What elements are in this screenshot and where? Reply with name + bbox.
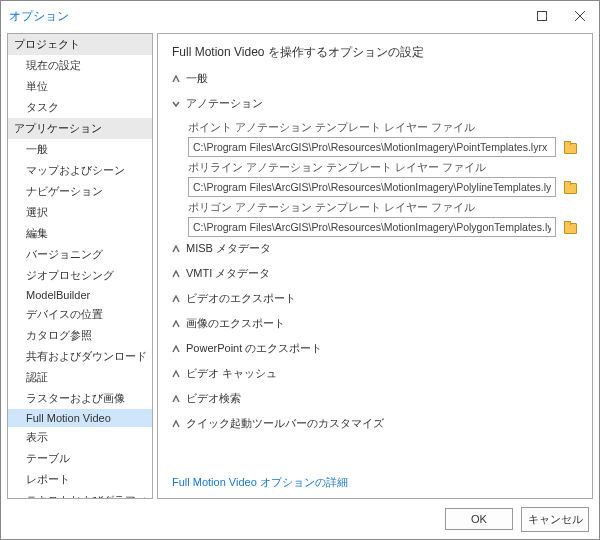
folder-icon[interactable] [562, 220, 578, 234]
expander-label: クイック起動ツールバーのカスタマイズ [186, 416, 384, 431]
content: プロジェクト現在の設定単位タスクアプリケーション一般マップおよびシーンナビゲーシ… [1, 31, 599, 501]
tree-item[interactable]: マップおよびシーン [8, 160, 152, 181]
tree-item[interactable]: テーブル [8, 448, 152, 469]
tree-item[interactable]: Full Motion Video [8, 409, 152, 427]
close-icon [575, 11, 585, 21]
tree-item[interactable]: テキストおよびグラフィックス [8, 490, 152, 499]
maximize-icon [537, 11, 547, 21]
tree-item[interactable]: 一般 [8, 139, 152, 160]
maximize-button[interactable] [523, 2, 561, 30]
tree-item[interactable]: 単位 [8, 76, 152, 97]
field-label: ポイント アノテーション テンプレート レイヤー ファイル [188, 121, 578, 135]
window-title: オプション [9, 8, 523, 25]
tree-group-header: アプリケーション [8, 118, 152, 139]
chevron-right-icon [172, 420, 180, 428]
close-button[interactable] [561, 2, 599, 30]
expander-label: PowerPoint のエクスポート [186, 341, 322, 356]
tree-item[interactable]: 共有およびダウンロード [8, 346, 152, 367]
expander-label: 一般 [186, 71, 208, 86]
expander-label: ビデオのエクスポート [186, 291, 296, 306]
tree-group-header: プロジェクト [8, 34, 152, 55]
expander-item[interactable]: ビデオ キャッシュ [172, 366, 578, 381]
page-title: Full Motion Video を操作するオプションの設定 [172, 44, 578, 61]
chevron-right-icon [172, 345, 180, 353]
expander-label: アノテーション [186, 96, 263, 111]
expander-item[interactable]: クイック起動ツールバーのカスタマイズ [172, 416, 578, 431]
folder-icon[interactable] [562, 180, 578, 194]
chevron-right-icon [172, 370, 180, 378]
expander-label: 画像のエクスポート [186, 316, 285, 331]
expander-item[interactable]: ビデオ検索 [172, 391, 578, 406]
main-panel: Full Motion Video を操作するオプションの設定 一般 アノテーシ… [157, 33, 593, 499]
point-template-input[interactable] [188, 137, 556, 157]
annotation-polyline: ポリライン アノテーション テンプレート レイヤー ファイル [188, 161, 578, 197]
tree-item[interactable]: タスク [8, 97, 152, 118]
expander-item[interactable]: VMTI メタデータ [172, 266, 578, 281]
polyline-template-input[interactable] [188, 177, 556, 197]
tree-item[interactable]: 表示 [8, 427, 152, 448]
chevron-right-icon [172, 245, 180, 253]
tree-item[interactable]: ラスターおよび画像 [8, 388, 152, 409]
tree-item[interactable]: ModelBuilder [8, 286, 152, 304]
expander-label: ビデオ キャッシュ [186, 366, 277, 381]
svg-rect-0 [538, 12, 547, 21]
chevron-right-icon [172, 320, 180, 328]
cancel-button[interactable]: キャンセル [521, 507, 589, 532]
tree-item[interactable]: レポート [8, 469, 152, 490]
chevron-right-icon [172, 395, 180, 403]
tree-item[interactable]: ナビゲーション [8, 181, 152, 202]
expander-item[interactable]: ビデオのエクスポート [172, 291, 578, 306]
chevron-down-icon [172, 100, 180, 108]
options-tree[interactable]: プロジェクト現在の設定単位タスクアプリケーション一般マップおよびシーンナビゲーシ… [7, 33, 153, 499]
tree-item[interactable]: バージョニング [8, 244, 152, 265]
tree-item[interactable]: 編集 [8, 223, 152, 244]
footer: OK キャンセル [1, 501, 599, 537]
chevron-right-icon [172, 75, 180, 83]
field-label: ポリライン アノテーション テンプレート レイヤー ファイル [188, 161, 578, 175]
expander-annotation[interactable]: アノテーション [172, 96, 578, 111]
expander-item[interactable]: PowerPoint のエクスポート [172, 341, 578, 356]
tree-item[interactable]: ジオプロセシング [8, 265, 152, 286]
polygon-template-input[interactable] [188, 217, 556, 237]
expander-general[interactable]: 一般 [172, 71, 578, 86]
tree-item[interactable]: 選択 [8, 202, 152, 223]
tree-item[interactable]: カタログ参照 [8, 325, 152, 346]
annotation-point: ポイント アノテーション テンプレート レイヤー ファイル [188, 121, 578, 157]
expander-label: MISB メタデータ [186, 241, 271, 256]
ok-button[interactable]: OK [445, 508, 513, 530]
expander-label: VMTI メタデータ [186, 266, 270, 281]
annotation-polygon: ポリゴン アノテーション テンプレート レイヤー ファイル [188, 201, 578, 237]
chevron-right-icon [172, 270, 180, 278]
expander-label: ビデオ検索 [186, 391, 241, 406]
learn-more-link[interactable]: Full Motion Video オプションの詳細 [172, 475, 348, 490]
chevron-right-icon [172, 295, 180, 303]
tree-item[interactable]: デバイスの位置 [8, 304, 152, 325]
expander-item[interactable]: MISB メタデータ [172, 241, 578, 256]
field-label: ポリゴン アノテーション テンプレート レイヤー ファイル [188, 201, 578, 215]
tree-item[interactable]: 認証 [8, 367, 152, 388]
tree-item[interactable]: 現在の設定 [8, 55, 152, 76]
titlebar: オプション [1, 1, 599, 31]
expander-item[interactable]: 画像のエクスポート [172, 316, 578, 331]
folder-icon[interactable] [562, 140, 578, 154]
